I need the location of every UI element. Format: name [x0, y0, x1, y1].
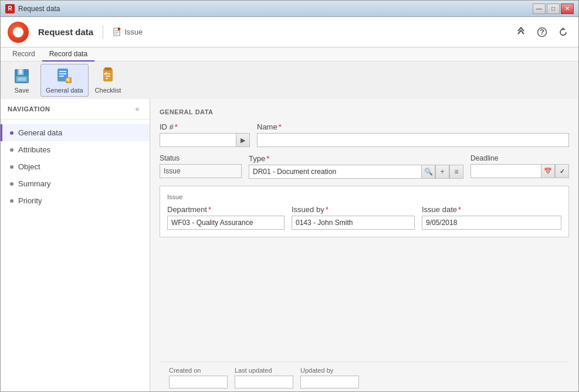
save-button[interactable]: Save	[4, 64, 39, 97]
right-panel: GENERAL DATA ID #* ▶ Name*	[150, 99, 578, 391]
issue-row: Department* Issued by* Issue date*	[167, 205, 561, 230]
issue-icon: !	[113, 28, 122, 37]
app-logo-inner	[13, 27, 23, 38]
refresh-button[interactable]	[555, 24, 571, 40]
form-row-id-name: ID #* ▶ Name*	[160, 122, 569, 147]
last-updated-label: Last updated	[235, 367, 293, 374]
app-header-title: Request data	[38, 27, 93, 37]
nav-label-object: Object	[18, 162, 40, 171]
svg-rect-13	[18, 77, 26, 81]
svg-rect-11	[19, 70, 22, 74]
deadline-input[interactable]	[470, 164, 541, 178]
last-updated-group: Last updated	[235, 367, 293, 388]
nav-bullet	[10, 199, 13, 203]
sidebar-title: NAVIGATION	[8, 105, 50, 113]
title-bar-controls: — □ ✕	[533, 4, 574, 14]
issued-by-input[interactable]	[292, 216, 415, 230]
name-required: *	[279, 122, 282, 131]
nav-item-attributes[interactable]: Attributes	[1, 141, 150, 158]
type-search-button[interactable]: 🔍	[421, 165, 435, 179]
type-add-button[interactable]: +	[435, 165, 449, 179]
nav-item-summary[interactable]: Summary	[1, 175, 150, 192]
id-label: ID #*	[160, 122, 250, 131]
svg-rect-15	[59, 71, 66, 72]
tab-record[interactable]: Record	[5, 47, 42, 62]
updated-by-group: Updated by	[300, 367, 359, 388]
type-required: *	[266, 154, 269, 163]
collapse-up-button[interactable]	[513, 24, 529, 40]
department-group: Department*	[167, 205, 285, 230]
nav-bullet	[10, 131, 13, 135]
type-label: Type*	[249, 154, 463, 163]
nav-label-attributes: Attributes	[18, 145, 50, 154]
updated-by-input[interactable]	[300, 376, 359, 388]
id-input[interactable]	[160, 133, 236, 147]
id-next-button[interactable]: ▶	[236, 133, 250, 147]
toolbar: Record Record data Save	[1, 47, 578, 99]
type-group: Type* 🔍 + ≡	[249, 154, 463, 179]
checklist-button[interactable]: Checklist	[90, 64, 127, 97]
general-data-icon	[55, 67, 74, 86]
type-input[interactable]	[249, 165, 421, 179]
sidebar-collapse: «	[132, 104, 143, 114]
checklist-icon	[99, 67, 117, 86]
deadline-check-button[interactable]: ✓	[555, 164, 569, 178]
deadline-label: Deadline	[470, 154, 569, 162]
minimize-button[interactable]: —	[533, 4, 546, 14]
footer-area: Created on Last updated Updated by	[160, 362, 569, 391]
name-group: Name*	[257, 122, 569, 147]
header-right: ?	[513, 24, 571, 40]
department-input[interactable]	[167, 216, 285, 230]
section-title: GENERAL DATA	[160, 108, 569, 115]
svg-text:?: ?	[540, 28, 544, 36]
sidebar: NAVIGATION « General data Attributes Obj…	[1, 99, 150, 391]
issued-by-group: Issued by*	[292, 205, 415, 230]
nav-label-priority: Priority	[18, 196, 42, 205]
checklist-label: Checklist	[95, 87, 121, 94]
help-button[interactable]: ?	[534, 24, 550, 40]
form-row-status-type: Status Type* 🔍 + ≡ Deadline	[160, 154, 569, 179]
tab-record-data[interactable]: Record data	[42, 47, 94, 62]
window: R Request data — □ ✕ Request data	[0, 0, 579, 392]
id-wrapper: ▶	[160, 133, 250, 147]
id-group: ID #* ▶	[160, 122, 250, 147]
created-on-input[interactable]	[169, 376, 228, 388]
maximize-button[interactable]: □	[547, 4, 560, 14]
nav-item-object[interactable]: Object	[1, 158, 150, 175]
content-spacer	[160, 244, 569, 362]
deadline-calendar-button[interactable]: 📅	[541, 164, 555, 178]
sidebar-header: NAVIGATION «	[1, 99, 150, 120]
collapse-left-button[interactable]: «	[132, 104, 143, 114]
type-wrapper: 🔍 + ≡	[249, 165, 463, 179]
issued-by-label: Issued by*	[292, 205, 415, 214]
nav-items: General data Attributes Object Summary P…	[1, 120, 150, 214]
dept-required: *	[208, 205, 211, 214]
issue-box-title: Issue	[167, 193, 561, 200]
close-button[interactable]: ✕	[561, 4, 574, 14]
main-content: NAVIGATION « General data Attributes Obj…	[1, 99, 578, 391]
created-on-label: Created on	[169, 367, 228, 374]
department-label: Department*	[167, 205, 285, 214]
issue-date-required: *	[458, 205, 461, 214]
svg-text:!: !	[119, 28, 121, 32]
status-label: Status	[160, 154, 242, 162]
issue-date-input[interactable]	[422, 216, 561, 230]
nav-item-priority[interactable]: Priority	[1, 192, 150, 209]
status-input[interactable]	[160, 164, 242, 178]
issued-by-required: *	[326, 205, 329, 214]
nav-label-general-data: General data	[18, 128, 62, 137]
general-data-label: General data	[46, 87, 83, 94]
svg-rect-16	[59, 73, 66, 74]
nav-item-general-data[interactable]: General data	[1, 124, 150, 141]
toolbar-btn-row: Save General data	[1, 62, 578, 99]
nav-bullet	[10, 165, 13, 169]
name-input[interactable]	[257, 133, 569, 147]
app-header: Request data ! Issue ?	[1, 17, 578, 47]
nav-bullet	[10, 182, 13, 186]
issue-box: Issue Department* Issued by*	[160, 186, 569, 237]
toolbar-tab-row: Record Record data	[1, 47, 578, 62]
general-data-button[interactable]: General data	[40, 64, 89, 97]
last-updated-input[interactable]	[235, 376, 293, 388]
nav-bullet	[10, 148, 13, 152]
type-more-button[interactable]: ≡	[449, 165, 463, 179]
